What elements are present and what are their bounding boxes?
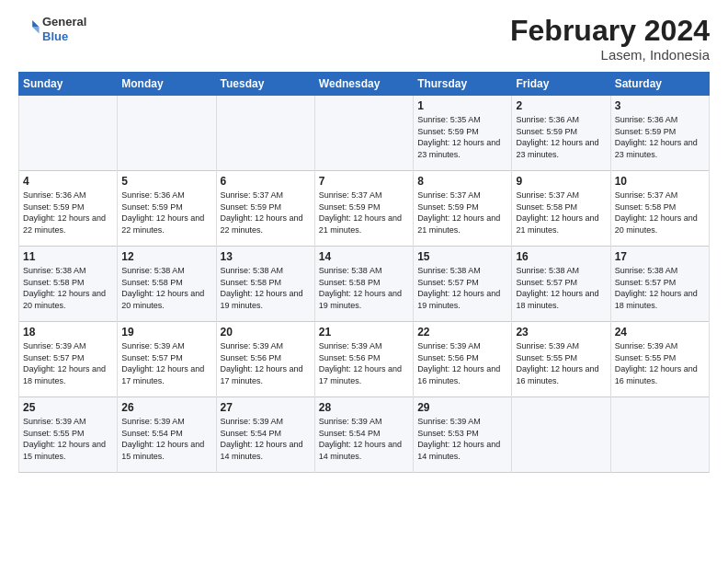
logo-icon bbox=[20, 17, 40, 38]
day-cell: 1Sunrise: 5:35 AMSunset: 5:59 PMDaylight… bbox=[414, 96, 512, 171]
day-cell bbox=[610, 397, 709, 473]
col-wednesday: Wednesday bbox=[314, 73, 413, 96]
day-cell bbox=[512, 397, 610, 473]
day-number: 28 bbox=[319, 401, 409, 414]
day-number: 29 bbox=[417, 401, 507, 414]
day-info: Sunrise: 5:38 AMSunset: 5:58 PMDaylight:… bbox=[121, 265, 211, 311]
day-number: 23 bbox=[516, 326, 606, 339]
day-info: Sunrise: 5:39 AMSunset: 5:56 PMDaylight:… bbox=[221, 340, 311, 386]
day-number: 14 bbox=[319, 250, 409, 263]
day-cell: 5Sunrise: 5:36 AMSunset: 5:59 PMDaylight… bbox=[118, 171, 216, 247]
day-number: 4 bbox=[23, 175, 113, 188]
day-info: Sunrise: 5:37 AMSunset: 5:59 PMDaylight:… bbox=[417, 190, 507, 236]
day-cell: 20Sunrise: 5:39 AMSunset: 5:56 PMDayligh… bbox=[216, 322, 314, 397]
day-cell: 24Sunrise: 5:39 AMSunset: 5:55 PMDayligh… bbox=[610, 322, 709, 397]
day-number: 15 bbox=[417, 250, 507, 263]
day-cell: 14Sunrise: 5:38 AMSunset: 5:58 PMDayligh… bbox=[314, 247, 413, 322]
day-cell: 9Sunrise: 5:37 AMSunset: 5:58 PMDaylight… bbox=[512, 171, 610, 247]
day-cell bbox=[314, 96, 413, 171]
day-number: 12 bbox=[121, 250, 211, 263]
day-number: 3 bbox=[615, 99, 705, 112]
header: General Blue February 2024 Lasem, Indone… bbox=[18, 15, 710, 63]
day-number: 7 bbox=[319, 175, 409, 188]
day-info: Sunrise: 5:36 AMSunset: 5:59 PMDaylight:… bbox=[615, 114, 705, 160]
day-number: 1 bbox=[417, 99, 507, 112]
day-number: 19 bbox=[121, 326, 211, 339]
day-number: 21 bbox=[319, 326, 409, 339]
day-info: Sunrise: 5:39 AMSunset: 5:54 PMDaylight:… bbox=[221, 416, 311, 462]
day-cell: 7Sunrise: 5:37 AMSunset: 5:59 PMDaylight… bbox=[314, 171, 413, 247]
day-info: Sunrise: 5:38 AMSunset: 5:58 PMDaylight:… bbox=[319, 265, 409, 311]
day-number: 10 bbox=[615, 175, 705, 188]
day-cell: 10Sunrise: 5:37 AMSunset: 5:58 PMDayligh… bbox=[610, 171, 709, 247]
svg-marker-1 bbox=[32, 27, 39, 33]
day-info: Sunrise: 5:39 AMSunset: 5:55 PMDaylight:… bbox=[23, 416, 113, 462]
day-info: Sunrise: 5:39 AMSunset: 5:56 PMDaylight:… bbox=[417, 340, 507, 386]
day-cell: 26Sunrise: 5:39 AMSunset: 5:54 PMDayligh… bbox=[118, 397, 216, 473]
day-number: 5 bbox=[121, 175, 211, 188]
logo-blue: Blue bbox=[42, 29, 86, 44]
day-info: Sunrise: 5:37 AMSunset: 5:59 PMDaylight:… bbox=[221, 190, 311, 236]
svg-marker-0 bbox=[32, 20, 39, 27]
week-row-5: 25Sunrise: 5:39 AMSunset: 5:55 PMDayligh… bbox=[19, 397, 710, 473]
month-title: February 2024 bbox=[510, 15, 710, 47]
day-info: Sunrise: 5:38 AMSunset: 5:58 PMDaylight:… bbox=[23, 265, 113, 311]
col-saturday: Saturday bbox=[610, 73, 709, 96]
day-cell: 17Sunrise: 5:38 AMSunset: 5:57 PMDayligh… bbox=[610, 247, 709, 322]
day-cell: 27Sunrise: 5:39 AMSunset: 5:54 PMDayligh… bbox=[216, 397, 314, 473]
day-info: Sunrise: 5:35 AMSunset: 5:59 PMDaylight:… bbox=[417, 114, 507, 160]
day-number: 8 bbox=[417, 175, 507, 188]
day-cell: 8Sunrise: 5:37 AMSunset: 5:59 PMDaylight… bbox=[414, 171, 512, 247]
day-cell: 29Sunrise: 5:39 AMSunset: 5:53 PMDayligh… bbox=[414, 397, 512, 473]
day-info: Sunrise: 5:38 AMSunset: 5:58 PMDaylight:… bbox=[221, 265, 311, 311]
day-number: 17 bbox=[615, 250, 705, 263]
col-friday: Friday bbox=[512, 73, 610, 96]
day-number: 11 bbox=[23, 250, 113, 263]
col-monday: Monday bbox=[118, 73, 216, 96]
day-cell: 15Sunrise: 5:38 AMSunset: 5:57 PMDayligh… bbox=[414, 247, 512, 322]
calendar-table: Sunday Monday Tuesday Wednesday Thursday… bbox=[18, 72, 710, 473]
calendar-body: 1Sunrise: 5:35 AMSunset: 5:59 PMDaylight… bbox=[19, 96, 710, 473]
day-number: 18 bbox=[23, 326, 113, 339]
week-row-3: 11Sunrise: 5:38 AMSunset: 5:58 PMDayligh… bbox=[19, 247, 710, 322]
day-cell: 12Sunrise: 5:38 AMSunset: 5:58 PMDayligh… bbox=[118, 247, 216, 322]
day-info: Sunrise: 5:38 AMSunset: 5:57 PMDaylight:… bbox=[615, 265, 705, 311]
day-info: Sunrise: 5:39 AMSunset: 5:54 PMDaylight:… bbox=[319, 416, 409, 462]
day-number: 22 bbox=[417, 326, 507, 339]
day-info: Sunrise: 5:36 AMSunset: 5:59 PMDaylight:… bbox=[23, 190, 113, 236]
day-info: Sunrise: 5:37 AMSunset: 5:58 PMDaylight:… bbox=[516, 190, 606, 236]
day-info: Sunrise: 5:39 AMSunset: 5:53 PMDaylight:… bbox=[417, 416, 507, 462]
day-cell: 22Sunrise: 5:39 AMSunset: 5:56 PMDayligh… bbox=[414, 322, 512, 397]
page-container: General Blue February 2024 Lasem, Indone… bbox=[0, 0, 728, 482]
day-cell: 6Sunrise: 5:37 AMSunset: 5:59 PMDaylight… bbox=[216, 171, 314, 247]
day-info: Sunrise: 5:39 AMSunset: 5:55 PMDaylight:… bbox=[615, 340, 705, 386]
week-row-1: 1Sunrise: 5:35 AMSunset: 5:59 PMDaylight… bbox=[19, 96, 710, 171]
col-tuesday: Tuesday bbox=[216, 73, 314, 96]
day-info: Sunrise: 5:36 AMSunset: 5:59 PMDaylight:… bbox=[516, 114, 606, 160]
day-cell: 13Sunrise: 5:38 AMSunset: 5:58 PMDayligh… bbox=[216, 247, 314, 322]
day-cell: 18Sunrise: 5:39 AMSunset: 5:57 PMDayligh… bbox=[19, 322, 118, 397]
day-cell: 4Sunrise: 5:36 AMSunset: 5:59 PMDaylight… bbox=[19, 171, 118, 247]
logo: General Blue bbox=[18, 15, 86, 43]
day-number: 6 bbox=[221, 175, 311, 188]
calendar-header: Sunday Monday Tuesday Wednesday Thursday… bbox=[19, 73, 710, 96]
day-cell: 3Sunrise: 5:36 AMSunset: 5:59 PMDaylight… bbox=[610, 96, 709, 171]
day-cell: 21Sunrise: 5:39 AMSunset: 5:56 PMDayligh… bbox=[314, 322, 413, 397]
title-block: February 2024 Lasem, Indonesia bbox=[510, 15, 710, 63]
day-number: 20 bbox=[221, 326, 311, 339]
day-number: 26 bbox=[121, 401, 211, 414]
day-info: Sunrise: 5:39 AMSunset: 5:57 PMDaylight:… bbox=[23, 340, 113, 386]
day-info: Sunrise: 5:37 AMSunset: 5:58 PMDaylight:… bbox=[615, 190, 705, 236]
week-row-4: 18Sunrise: 5:39 AMSunset: 5:57 PMDayligh… bbox=[19, 322, 710, 397]
day-number: 25 bbox=[23, 401, 113, 414]
day-cell bbox=[19, 96, 118, 171]
day-info: Sunrise: 5:39 AMSunset: 5:55 PMDaylight:… bbox=[516, 340, 606, 386]
day-cell: 19Sunrise: 5:39 AMSunset: 5:57 PMDayligh… bbox=[118, 322, 216, 397]
day-cell: 28Sunrise: 5:39 AMSunset: 5:54 PMDayligh… bbox=[314, 397, 413, 473]
day-info: Sunrise: 5:38 AMSunset: 5:57 PMDaylight:… bbox=[516, 265, 606, 311]
day-cell: 25Sunrise: 5:39 AMSunset: 5:55 PMDayligh… bbox=[19, 397, 118, 473]
day-cell: 2Sunrise: 5:36 AMSunset: 5:59 PMDaylight… bbox=[512, 96, 610, 171]
day-number: 24 bbox=[615, 326, 705, 339]
week-row-2: 4Sunrise: 5:36 AMSunset: 5:59 PMDaylight… bbox=[19, 171, 710, 247]
header-row: Sunday Monday Tuesday Wednesday Thursday… bbox=[19, 73, 710, 96]
